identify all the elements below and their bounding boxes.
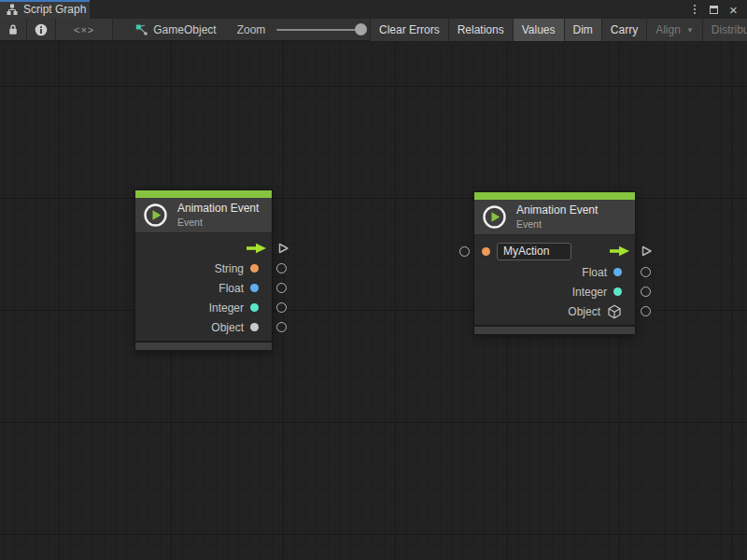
embed-toggle-button[interactable]: <×> xyxy=(56,19,113,40)
port-label: Object xyxy=(211,321,244,334)
node-footer xyxy=(474,325,635,334)
animation-event-node-1[interactable]: Animation Event Event xyxy=(135,190,272,350)
tab-script-graph[interactable]: Script Graph xyxy=(0,0,90,19)
action-name-field[interactable] xyxy=(497,243,571,260)
control-output-port[interactable] xyxy=(641,245,653,258)
cube-icon xyxy=(607,304,622,319)
distribute-dropdown-button[interactable]: Distribute ▼ xyxy=(703,19,747,41)
port-row-object: Object xyxy=(474,301,635,321)
maximize-icon xyxy=(710,6,718,14)
float-output-port[interactable] xyxy=(276,283,287,293)
node-header: Animation Event Event xyxy=(135,198,272,233)
values-label: Values xyxy=(522,23,556,36)
node-header: Animation Event Event xyxy=(474,200,635,235)
values-toggle-button[interactable]: Values xyxy=(514,19,565,41)
node-footer xyxy=(135,341,272,350)
zoom-label: Zoom xyxy=(237,23,266,36)
port-label: Integer xyxy=(209,301,244,315)
integer-output-port[interactable] xyxy=(276,302,287,313)
float-port-dot xyxy=(613,268,622,276)
port-row-float: Float xyxy=(474,262,635,282)
node-body: Float Integer Object xyxy=(474,235,635,325)
relations-button[interactable]: Relations xyxy=(449,19,514,41)
active-tab-accent xyxy=(0,0,90,2)
graph-hierarchy-icon xyxy=(7,4,18,15)
string-port-dot xyxy=(250,264,259,273)
graph-canvas[interactable]: Animation Event Event xyxy=(0,41,747,560)
float-output-port[interactable] xyxy=(641,267,651,277)
port-label: Float xyxy=(582,266,607,279)
window-menu-button[interactable] xyxy=(686,1,702,18)
node-subtitle: Event xyxy=(177,217,259,228)
zoom-slider-handle[interactable] xyxy=(355,23,367,35)
zoom-slider[interactable] xyxy=(276,29,364,31)
graph-toolbar: <×> GameObject Zoom 1x Clear Errors xyxy=(0,19,747,41)
event-play-icon xyxy=(482,204,507,230)
integer-port-dot xyxy=(613,287,622,296)
control-output-row xyxy=(135,238,272,259)
dim-toggle-button[interactable]: Dim xyxy=(565,19,602,41)
script-graph-window: Script Graph × xyxy=(0,0,747,560)
event-play-icon xyxy=(143,203,168,228)
object-output-port[interactable] xyxy=(276,322,287,332)
align-label: Align xyxy=(655,23,681,36)
dim-label: Dim xyxy=(573,23,593,36)
port-row-integer: Integer xyxy=(135,298,272,317)
node-accent-bar xyxy=(474,192,635,200)
embed-icon: <×> xyxy=(64,24,104,35)
name-input-row xyxy=(474,240,635,262)
tab-label: Script Graph xyxy=(23,3,86,16)
lock-icon xyxy=(7,23,19,35)
close-icon: × xyxy=(729,3,738,17)
info-icon xyxy=(35,23,48,36)
port-row-integer: Integer xyxy=(474,282,635,301)
carry-label: Carry xyxy=(611,23,638,36)
control-output-port[interactable] xyxy=(277,242,289,255)
integer-output-port[interactable] xyxy=(641,287,651,297)
port-row-string: String xyxy=(135,259,272,278)
chevron-down-icon: ▼ xyxy=(686,26,694,35)
port-label: Integer xyxy=(572,286,607,299)
name-input-port[interactable] xyxy=(459,246,470,257)
port-row-float: Float xyxy=(135,278,272,298)
object-port-dot xyxy=(250,323,259,331)
graph-target-label: GameObject xyxy=(153,23,216,36)
node-body: String Float Integer Object xyxy=(135,233,272,341)
zoom-control: Zoom 1x xyxy=(237,19,384,40)
script-graph-icon xyxy=(135,23,148,35)
tab-bar: Script Graph × xyxy=(0,0,747,19)
string-output-port[interactable] xyxy=(276,263,287,273)
flow-arrow-icon xyxy=(608,245,630,257)
integer-port-dot xyxy=(250,303,259,312)
close-button[interactable]: × xyxy=(726,1,741,18)
flow-arrow-icon xyxy=(245,243,267,254)
lock-button[interactable] xyxy=(0,19,27,40)
maximize-button[interactable] xyxy=(706,1,722,18)
port-label: Float xyxy=(218,282,244,295)
window-controls: × xyxy=(686,0,747,19)
clear-errors-label: Clear Errors xyxy=(379,23,440,36)
toolbar-actions: Clear Errors Relations Values Dim Carry … xyxy=(370,19,747,41)
port-label: Object xyxy=(568,305,600,318)
info-button[interactable] xyxy=(27,19,56,40)
animation-event-node-2[interactable]: Animation Event Event xyxy=(474,192,635,334)
port-label: String xyxy=(215,262,244,275)
kebab-menu-icon xyxy=(694,5,696,14)
float-port-dot xyxy=(250,284,259,292)
clear-errors-button[interactable]: Clear Errors xyxy=(370,19,449,41)
node-accent-bar xyxy=(135,190,272,198)
node-title: Animation Event xyxy=(516,203,598,217)
graph-target-selector[interactable]: GameObject xyxy=(135,19,216,40)
string-input-dot xyxy=(482,247,490,256)
distribute-label: Distribute xyxy=(712,23,747,36)
carry-toggle-button[interactable]: Carry xyxy=(602,19,647,41)
relations-label: Relations xyxy=(458,23,504,36)
align-dropdown-button[interactable]: Align ▼ xyxy=(647,19,703,41)
node-title: Animation Event xyxy=(177,202,259,215)
object-output-port[interactable] xyxy=(641,306,651,316)
port-row-object: Object xyxy=(135,317,272,337)
node-subtitle: Event xyxy=(516,218,598,230)
